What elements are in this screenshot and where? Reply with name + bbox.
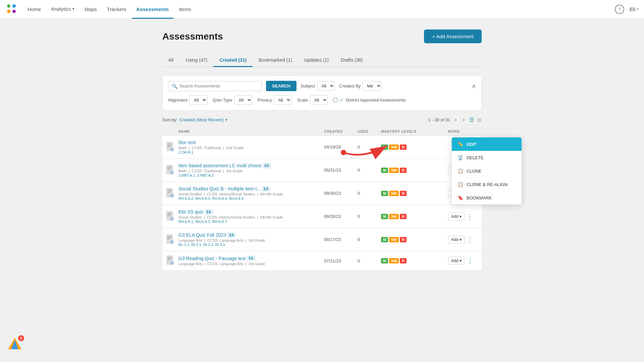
svg-rect-13 bbox=[167, 168, 171, 169]
row-used: 0 bbox=[358, 258, 381, 263]
assessment-name-link[interactable]: Elis SS quiz bbox=[178, 209, 204, 215]
row-meta: Social Studies | CCSS: History/Social St… bbox=[178, 192, 324, 196]
ctx-delete-item[interactable]: 🗑️ DELETE bbox=[452, 151, 522, 164]
district-filter: ✓ District Approved Assessments bbox=[333, 97, 406, 103]
svg-point-3 bbox=[12, 10, 16, 13]
doc-icon bbox=[166, 165, 175, 176]
grid-view-icon[interactable]: ⊞ bbox=[477, 117, 482, 123]
ctx-delete-label: DELETE bbox=[467, 155, 484, 160]
row-mastery: M NM R bbox=[381, 237, 448, 242]
more-dots-button[interactable]: ⋮ bbox=[466, 256, 474, 265]
nav-links: Home Analytics ▾ Maps Trackers Assessmen… bbox=[23, 0, 196, 19]
nav-items[interactable]: Items bbox=[174, 0, 196, 19]
svg-rect-22 bbox=[167, 213, 171, 214]
alignment-select[interactable]: All bbox=[190, 95, 207, 105]
assessment-name-link[interactable]: Social Studies Quiz B - multiple item t.… bbox=[178, 186, 261, 191]
next-page-icon[interactable]: › bbox=[462, 116, 466, 123]
row-meta: Social Studies | CCSS: History/Social St… bbox=[178, 215, 324, 219]
mastery-badge-m: M bbox=[381, 258, 388, 263]
district-checkbox[interactable] bbox=[333, 98, 337, 102]
add-dropdown[interactable]: Add ▾ bbox=[448, 257, 465, 265]
ctx-bookmark-item[interactable]: 🔖 BOOKMARK bbox=[452, 191, 522, 204]
ctx-edit-item[interactable]: ✏️ EDIT bbox=[452, 137, 522, 151]
tab-updates[interactable]: Updates (1) bbox=[298, 54, 335, 67]
user-menu[interactable]: Eli ▾ bbox=[630, 6, 639, 12]
add-dropdown[interactable]: Add ▾ bbox=[448, 236, 465, 244]
privacy-select[interactable]: All bbox=[274, 95, 291, 105]
table-row: G3 Reading Quiz - Passage test EA Langua… bbox=[162, 251, 482, 270]
search-input[interactable] bbox=[179, 83, 258, 88]
svg-rect-12 bbox=[167, 167, 171, 167]
alignment-filter: Alignment All bbox=[168, 95, 207, 105]
svg-point-1 bbox=[12, 4, 16, 8]
mastery-badge-r: R bbox=[400, 144, 407, 150]
nav-assessments[interactable]: Assessments bbox=[132, 0, 174, 19]
doc-icon bbox=[166, 211, 175, 222]
logo[interactable] bbox=[5, 3, 17, 16]
sort-row: Sort by: Created (Most Recent) ▾ 1 - 30 … bbox=[162, 116, 482, 123]
mastery-badge-r: R bbox=[400, 191, 407, 196]
assessment-name-link[interactable]: Item based assessment LC multi choice bbox=[178, 163, 261, 168]
more-dots-button[interactable]: ⋮ bbox=[466, 212, 474, 221]
assessment-name-link[interactable]: G3 ELA Quiz Fall 2023 bbox=[178, 232, 226, 238]
doc-icon bbox=[166, 188, 175, 199]
more-dots-button[interactable]: ⋮ bbox=[466, 235, 474, 244]
qstn-type-select[interactable]: All bbox=[234, 95, 252, 105]
search-button[interactable]: SEARCH bbox=[266, 81, 297, 91]
mastery-badge-r: R bbox=[400, 237, 407, 242]
search-icon: 🔍 bbox=[172, 83, 177, 89]
prev-page-icon[interactable]: ‹ bbox=[453, 116, 458, 123]
tab-using[interactable]: Using (47) bbox=[180, 54, 214, 67]
alignment-label: Alignment bbox=[168, 98, 187, 103]
mastery-badge-nm: NM bbox=[389, 144, 399, 150]
svg-rect-28 bbox=[167, 237, 171, 238]
sort-label: Sort by: bbox=[162, 117, 177, 122]
search-row: 🔍 SEARCH Subject All Created By Me ∧ bbox=[168, 81, 476, 91]
row-created: 07/21/23 bbox=[324, 258, 358, 263]
subject-select[interactable]: All bbox=[317, 81, 335, 91]
mastery-badge-r: R bbox=[400, 258, 407, 263]
privacy-label: Privacy bbox=[258, 98, 272, 103]
nav-analytics[interactable]: Analytics ▾ bbox=[46, 0, 79, 19]
assessment-name-link[interactable]: Doc test bbox=[178, 140, 196, 145]
row-name-cell: G3 Reading Quiz - Passage test EA Langua… bbox=[178, 256, 324, 266]
chevron-down-icon: ▾ bbox=[72, 7, 74, 11]
chevron-down-icon: ▾ bbox=[637, 7, 639, 11]
help-icon[interactable]: ? bbox=[615, 5, 624, 14]
ctx-clone-item[interactable]: 📋 CLONE bbox=[452, 164, 522, 178]
mastery-badge-nm: NM bbox=[389, 168, 399, 173]
scale-filter: Scale All bbox=[297, 95, 328, 105]
district-approved-icon: ✓ bbox=[339, 97, 344, 103]
add-assessment-button[interactable]: + Add Assessment bbox=[424, 29, 482, 43]
created-by-select[interactable]: Me bbox=[363, 81, 382, 91]
page-header: Assessments + Add Assessment bbox=[162, 29, 482, 43]
nav-home[interactable]: Home bbox=[23, 0, 46, 19]
assessment-name-link[interactable]: G3 Reading Quiz - Passage test bbox=[178, 256, 246, 261]
subject-label: Subject bbox=[301, 83, 315, 88]
row-icon bbox=[162, 142, 178, 153]
tab-created[interactable]: Created (31) bbox=[213, 54, 253, 67]
row-mastery: M NM R bbox=[381, 144, 448, 150]
table-row: Doc test Math | CCSS: Traditional | 2nd … bbox=[162, 136, 482, 159]
row-more-cell: Add ▾ ⋮ bbox=[448, 235, 482, 244]
nav-maps[interactable]: Maps bbox=[80, 0, 102, 19]
ctx-clone-realign-item[interactable]: 📋 CLONE & RE-ALIGN bbox=[452, 178, 522, 191]
mastery-badge-m: M bbox=[381, 168, 388, 173]
list-view-icon[interactable]: ☰ bbox=[469, 117, 474, 123]
row-icon bbox=[162, 255, 178, 266]
svg-rect-25 bbox=[170, 217, 174, 221]
row-more-cell: Add ▾ ⋮ bbox=[448, 256, 482, 265]
add-dropdown[interactable]: Add ▾ bbox=[448, 213, 465, 221]
tab-bookmarked[interactable]: Bookmarked (1) bbox=[253, 54, 298, 67]
sort-dropdown-icon[interactable]: ▾ bbox=[225, 118, 227, 122]
nav-trackers[interactable]: Trackers bbox=[102, 0, 131, 19]
collapse-icon[interactable]: ∧ bbox=[472, 82, 476, 90]
tab-drafts[interactable]: Drafts (36) bbox=[335, 54, 369, 67]
svg-rect-30 bbox=[170, 240, 174, 244]
scale-select[interactable]: All bbox=[310, 95, 328, 105]
tab-all[interactable]: All bbox=[162, 54, 180, 67]
pagination-info: 1 - 30 of 31 bbox=[428, 117, 450, 122]
ctx-clone-label: CLONE bbox=[467, 169, 482, 174]
row-created: 04/19/24 bbox=[324, 144, 358, 149]
sort-value[interactable]: Created (Most Recent) bbox=[179, 117, 224, 122]
